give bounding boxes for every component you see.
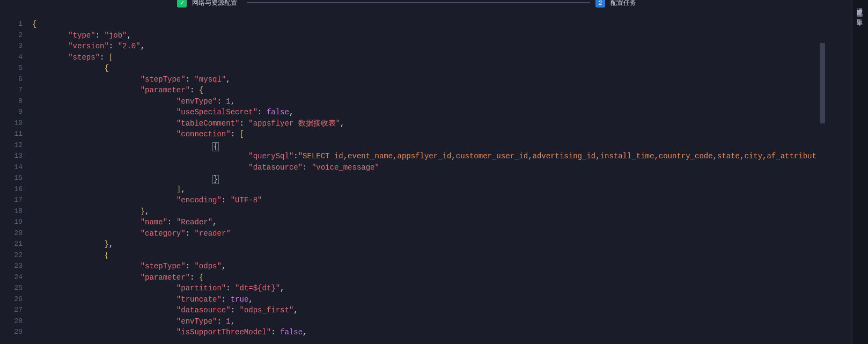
line-number: 19 xyxy=(0,217,23,228)
wizard-steps-bar: ✓ 网络与资源配置 2 配置任务 xyxy=(0,0,868,5)
code-line[interactable]: "encoding": "UTF-8" xyxy=(32,195,826,206)
code-line[interactable]: "steps": [ xyxy=(32,52,826,63)
code-line[interactable]: "name": "Reader", xyxy=(32,217,826,228)
line-number: 16 xyxy=(0,184,23,195)
scrollbar-thumb[interactable] xyxy=(820,43,825,123)
code-line[interactable]: "category": "reader" xyxy=(32,228,826,239)
line-number: 15 xyxy=(0,173,23,184)
line-number: 28 xyxy=(0,316,23,327)
code-line[interactable]: "envType": 1, xyxy=(32,96,826,107)
code-line[interactable]: { xyxy=(32,140,826,151)
code-line[interactable]: "parameter": { xyxy=(32,272,826,283)
step-1-badge: ✓ xyxy=(177,0,187,8)
step-2-label[interactable]: 配置任务 xyxy=(610,0,636,8)
step-connector xyxy=(247,2,590,3)
code-line[interactable]: "truncate": true, xyxy=(32,294,826,305)
line-number: 24 xyxy=(0,272,23,283)
line-number: 10 xyxy=(0,118,23,129)
code-line[interactable]: "useSpecialSecret": false, xyxy=(32,107,826,118)
line-number: 2 xyxy=(0,30,23,41)
line-number: 20 xyxy=(0,228,23,239)
code-content[interactable]: { "type": "job", "version": "2.0", "step… xyxy=(32,11,826,344)
code-line[interactable]: "isSupportThreeModel": false, xyxy=(32,327,826,338)
code-line[interactable]: "stepType": "mysql", xyxy=(32,74,826,85)
line-number: 23 xyxy=(0,261,23,272)
code-line[interactable]: "type": "job", xyxy=(32,30,826,41)
line-number: 25 xyxy=(0,283,23,294)
line-number: 22 xyxy=(0,250,23,261)
code-line[interactable]: "envType": 1, xyxy=(32,316,826,327)
line-number: 7 xyxy=(0,85,23,96)
line-number: 12 xyxy=(0,140,23,151)
step-1-label[interactable]: 网络与资源配置 xyxy=(192,0,237,8)
code-line[interactable]: "stepType": "odps", xyxy=(32,261,826,272)
code-line[interactable]: "tableComment": "appsflyer 数据接收表", xyxy=(32,118,826,129)
code-line[interactable]: "datasource": "odps_first", xyxy=(32,305,826,316)
line-number: 26 xyxy=(0,294,23,305)
sidebar-tab-schedule[interactable]: 调度配置 xyxy=(852,0,868,11)
scrollbar-track[interactable] xyxy=(816,11,826,344)
line-number: 14 xyxy=(0,162,23,173)
line-number: 17 xyxy=(0,195,23,206)
code-line[interactable]: "datasource": "voice_message" xyxy=(32,162,826,173)
line-number: 18 xyxy=(0,206,23,217)
code-line[interactable]: } xyxy=(32,173,826,184)
code-line[interactable]: }, xyxy=(32,206,826,217)
code-line[interactable]: }, xyxy=(32,239,826,250)
line-number: 11 xyxy=(0,129,23,140)
code-line[interactable]: "querySql":"SELECT id,event_name,appsfly… xyxy=(32,151,826,162)
code-line[interactable]: "partition": "dt=${dt}", xyxy=(32,283,826,294)
line-number: 8 xyxy=(0,96,23,107)
line-number: 4 xyxy=(0,52,23,63)
right-sidebar: 调度配置 版本 xyxy=(852,0,868,344)
line-number: 3 xyxy=(0,41,23,52)
code-line[interactable]: { xyxy=(32,63,826,74)
line-number-gutter: 1234567891011121314151617181920212223242… xyxy=(0,11,32,344)
line-number: 6 xyxy=(0,74,23,85)
line-number: 5 xyxy=(0,63,23,74)
code-line[interactable]: { xyxy=(32,250,826,261)
line-number: 9 xyxy=(0,107,23,118)
sidebar-tab-versions[interactable]: 版本 xyxy=(852,11,868,19)
line-number: 29 xyxy=(0,327,23,338)
code-line[interactable]: "parameter": { xyxy=(32,85,826,96)
code-line[interactable]: ], xyxy=(32,184,826,195)
line-number: 27 xyxy=(0,305,23,316)
code-editor[interactable]: 1234567891011121314151617181920212223242… xyxy=(0,11,826,344)
step-2-badge: 2 xyxy=(595,0,605,8)
line-number: 1 xyxy=(0,19,23,30)
code-line[interactable]: "connection": [ xyxy=(32,129,826,140)
code-line[interactable]: "version": "2.0", xyxy=(32,41,826,52)
code-line[interactable]: { xyxy=(32,19,826,30)
line-number: 21 xyxy=(0,239,23,250)
line-number: 13 xyxy=(0,151,23,162)
